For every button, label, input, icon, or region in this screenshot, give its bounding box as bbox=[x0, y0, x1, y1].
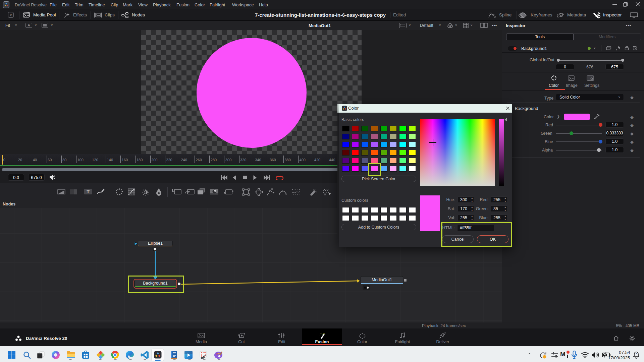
svg-text:z: z bbox=[636, 352, 637, 355]
